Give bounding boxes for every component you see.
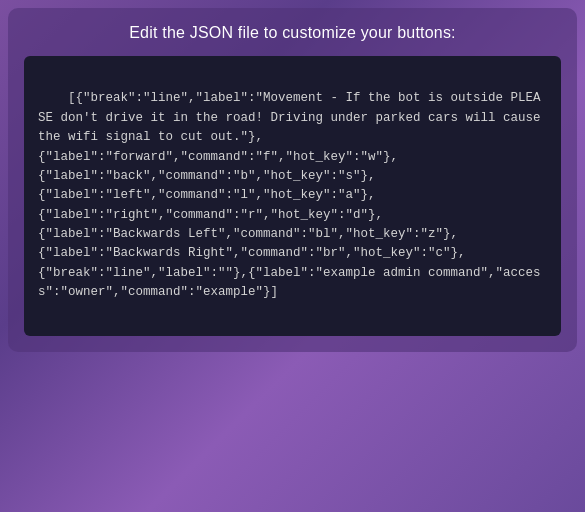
page-title: Edit the JSON file to customize your but… (24, 24, 561, 42)
code-box[interactable]: [{"break":"line","label":"Movement - If … (24, 56, 561, 336)
code-content: [{"break":"line","label":"Movement - If … (38, 91, 548, 299)
main-container: Edit the JSON file to customize your but… (8, 8, 577, 352)
